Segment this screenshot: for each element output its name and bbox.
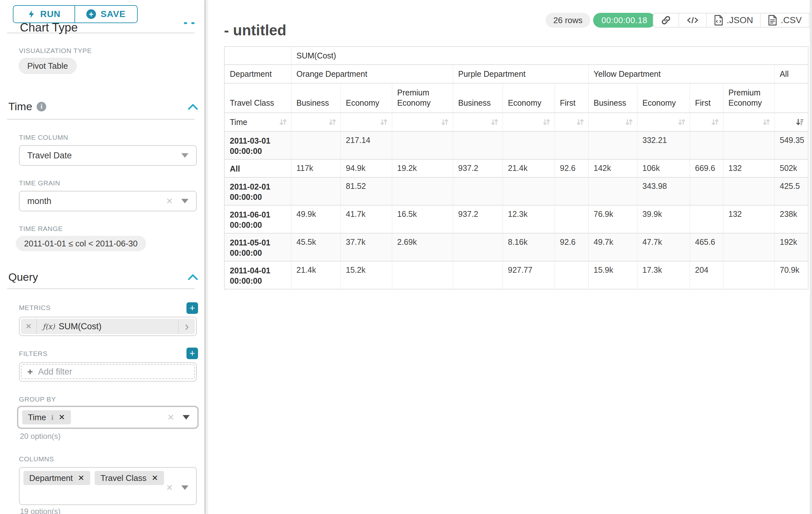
section-divider: [7, 288, 195, 289]
chevron-down-icon: [181, 199, 188, 204]
panel-drag-dot-icon[interactable]: [191, 22, 195, 24]
chevron-down-icon: [183, 415, 190, 420]
sort-icon[interactable]: [490, 117, 499, 127]
sort-icon[interactable]: [379, 117, 389, 127]
sortable-column-header[interactable]: [453, 113, 502, 131]
group-by-select[interactable]: Time i ✕ ✕: [17, 406, 199, 429]
value-cell: 937.2: [453, 159, 502, 177]
sortable-column-header[interactable]: [555, 113, 588, 131]
plus-icon: +: [27, 366, 33, 377]
travel-class-header: Economy: [502, 83, 555, 113]
travel-class-header: Business: [291, 83, 341, 113]
row-header: 2011-02-0100:00:00: [224, 177, 291, 205]
save-button[interactable]: + SAVE: [75, 5, 138, 23]
plus-circle-icon: +: [86, 9, 96, 19]
columns-select[interactable]: Department ✕ Travel Class ✕ ✕: [19, 467, 197, 505]
sortable-column-header[interactable]: [690, 113, 723, 131]
filters-label: FILTERS: [19, 350, 48, 357]
sort-desc-icon[interactable]: [795, 117, 805, 127]
remove-token-icon[interactable]: ✕: [151, 474, 158, 483]
time-grain-select[interactable]: month ✕: [19, 191, 197, 211]
sort-icon[interactable]: [328, 117, 337, 127]
value-cell: 41.7k: [341, 205, 392, 233]
value-cell: 12.3k: [502, 205, 555, 233]
sortable-column-header[interactable]: [392, 113, 453, 131]
travel-class-header: First: [690, 83, 723, 113]
group-by-token: Time i ✕: [22, 410, 71, 424]
value-cell: [555, 205, 588, 233]
sidebar-scrollbar[interactable]: [204, 0, 206, 514]
chevron-right-icon[interactable]: ›: [178, 319, 195, 334]
value-cell: 15.2k: [341, 261, 392, 289]
chart-title[interactable]: - untitled: [224, 22, 286, 39]
visualization-type-label: VISUALIZATION TYPE: [19, 47, 92, 55]
add-filter-dropzone[interactable]: + Add filter: [21, 364, 195, 379]
remove-metric-icon[interactable]: ✕: [21, 319, 37, 334]
main-scrollbar[interactable]: [810, 0, 812, 514]
sortable-column-header[interactable]: [502, 113, 555, 131]
value-cell: 132: [723, 159, 775, 177]
sortable-column-header[interactable]: [588, 113, 637, 131]
control-panel: Chart Type RUN + SAVE VISUALIZATION TYPE…: [0, 0, 208, 514]
lightning-bolt-icon: [27, 9, 36, 19]
value-cell: 8.16k: [502, 233, 555, 261]
value-cell: [291, 131, 341, 159]
time-column-label: TIME COLUMN: [19, 134, 68, 141]
sort-icon[interactable]: [440, 117, 450, 127]
metric-token[interactable]: ✕ ƒ(x) SUM(Cost) ›: [21, 319, 195, 334]
time-axis-header[interactable]: Time: [224, 113, 291, 131]
clear-icon[interactable]: ✕: [166, 196, 173, 206]
sort-icon[interactable]: [576, 117, 585, 127]
view-query-button[interactable]: [678, 13, 706, 27]
time-range-pill[interactable]: 2011-01-01 ≤ col < 2011-06-30: [16, 236, 146, 251]
row-header: 2011-04-0100:00:00: [224, 261, 291, 289]
time-section-header[interactable]: Time i: [8, 100, 46, 113]
export-csv-label: .CSV: [781, 15, 802, 25]
sort-icon[interactable]: [542, 117, 551, 127]
value-cell: [453, 131, 502, 159]
value-cell: 45.5k: [291, 233, 341, 261]
value-cell: 47.7k: [637, 233, 690, 261]
clear-icon[interactable]: ✕: [167, 412, 174, 423]
panel-drag-dot-icon[interactable]: [184, 22, 187, 24]
value-cell: 19.2k: [392, 159, 453, 177]
value-cell: [453, 233, 502, 261]
department-group-header: Yellow Department: [588, 64, 775, 83]
sortable-column-header[interactable]: [775, 113, 808, 131]
chevron-up-icon[interactable]: [187, 103, 198, 110]
sort-icon[interactable]: [710, 117, 720, 127]
sortable-column-header[interactable]: [637, 113, 690, 131]
sortable-column-header[interactable]: [291, 113, 341, 131]
remove-token-icon[interactable]: ✕: [58, 413, 65, 422]
sortable-column-header[interactable]: [723, 113, 775, 131]
run-button[interactable]: RUN: [13, 5, 75, 23]
add-metric-button[interactable]: +: [186, 302, 198, 314]
link-icon: [661, 15, 671, 26]
chevron-up-icon[interactable]: [187, 273, 198, 281]
sort-icon[interactable]: [278, 117, 288, 127]
token-label: Travel Class: [100, 473, 147, 483]
value-cell: [588, 131, 637, 159]
columns-token: Travel Class ✕: [95, 471, 164, 485]
sort-icon[interactable]: [624, 117, 634, 127]
sort-icon[interactable]: [677, 117, 687, 127]
remove-token-icon[interactable]: ✕: [78, 474, 84, 483]
export-json-button[interactable]: .JSON: [706, 13, 760, 27]
time-column-select[interactable]: Travel Date: [19, 145, 197, 166]
export-csv-button[interactable]: .CSV: [760, 13, 809, 27]
clear-icon[interactable]: ✕: [166, 483, 173, 493]
row-header: 2011-06-0100:00:00: [224, 205, 291, 233]
sort-icon[interactable]: [762, 117, 771, 127]
travel-class-header: Premium Economy: [392, 83, 453, 113]
table-row: 2011-06-0100:00:0049.9k41.7k16.5k937.212…: [224, 205, 808, 233]
query-section-header[interactable]: Query: [8, 271, 38, 283]
run-save-button-group: RUN + SAVE: [13, 5, 138, 23]
add-filter-button[interactable]: +: [186, 348, 198, 359]
sortable-column-header[interactable]: [341, 113, 392, 131]
share-link-button[interactable]: [654, 13, 678, 27]
value-cell: [453, 177, 502, 205]
value-cell: 927.77: [502, 261, 555, 289]
visualization-type-pill[interactable]: Pivot Table: [19, 58, 77, 74]
pivot-table: SUM(Cost)DepartmentOrange DepartmentPurp…: [224, 46, 809, 290]
time-grain-label: TIME GRAIN: [19, 179, 60, 187]
